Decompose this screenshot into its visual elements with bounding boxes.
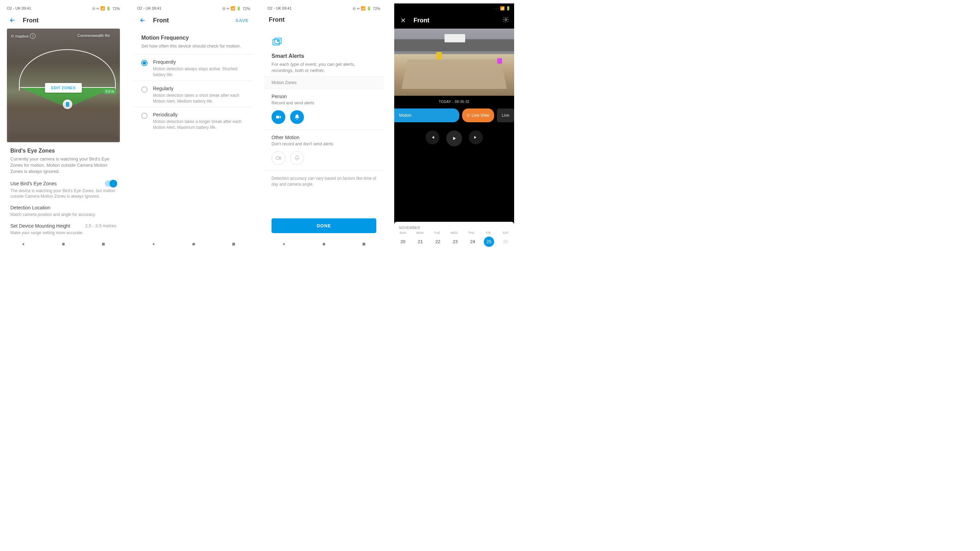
radio-desc: Motion detection always stays active. Sh… (153, 66, 246, 78)
page-title: Front (23, 17, 38, 24)
status-right: ◎ ∞ 📶 🔋72% (92, 6, 120, 11)
nav-back-icon[interactable] (151, 241, 156, 248)
record-toggle-on[interactable] (272, 110, 285, 124)
smart-title: Smart Alerts (272, 53, 376, 59)
calendar-date[interactable]: 21 (414, 237, 426, 247)
radio-frequently[interactable]: Frequently Motion detection always stays… (134, 54, 254, 81)
status-right: ◎ ∞ 📶 🔋72% (222, 6, 250, 11)
timeline-liveview-segment[interactable]: Live View (462, 108, 494, 122)
frequency-radio-group: Frequently Motion detection always stays… (134, 54, 254, 133)
row-sub: Make your range setting more accurate. (10, 230, 116, 236)
screen-live-view: · · · 📶 🔋 Front TODAY - 09:35:32 Motion … (394, 3, 514, 250)
back-arrow-icon[interactable] (138, 16, 147, 24)
android-nav-bar (3, 237, 123, 250)
radio-title: Frequently (153, 59, 246, 65)
android-nav-bar (264, 237, 384, 250)
screen-motion-frequency: O2 - UK 09:41 ◎ ∞ 📶 🔋72% Front SAVE Moti… (134, 3, 254, 250)
radio-regularly[interactable]: Regularly Motion detection takes a short… (134, 81, 254, 108)
nav-home-icon[interactable] (321, 241, 327, 248)
edit-zones-button[interactable]: EDIT ZONES (45, 83, 82, 93)
use-birds-eye-row[interactable]: Use Bird's Eye Zones The device is watch… (3, 176, 123, 201)
save-button[interactable]: SAVE (236, 18, 249, 23)
gear-icon[interactable] (503, 16, 509, 24)
radio-desc: Motion detection takes a short break aft… (153, 93, 246, 104)
distance-chip: 9.0 m (104, 89, 116, 94)
row-title: Use Bird's Eye Zones (10, 181, 57, 186)
nav-recent-icon[interactable] (100, 241, 106, 248)
row-title: Set Device Mounting Height (10, 223, 70, 229)
camera-marker[interactable] (63, 100, 72, 109)
play-button[interactable] (446, 130, 462, 146)
android-nav-bar (134, 237, 254, 250)
radio-periodically[interactable]: Periodically Motion detection takes a lo… (134, 107, 254, 133)
alert-title: Person (272, 94, 376, 99)
detection-location-row[interactable]: Detection Location Match camera position… (3, 201, 123, 219)
mounting-height-row[interactable]: Set Device Mounting Height 2.5 - 3.5 met… (3, 219, 123, 237)
nav-recent-icon[interactable] (231, 241, 236, 248)
section-title: Bird's Eye Zones (10, 148, 116, 154)
next-button[interactable] (469, 130, 483, 144)
page-title: Front (414, 17, 430, 24)
live-button[interactable]: Live (497, 108, 514, 122)
alert-title: Other Motion (272, 135, 376, 140)
screen-smart-alerts: O2 - UK 09:41 ◎ ∞ 📶 🔋72% Front Smart Ale… (264, 3, 384, 250)
status-right: ◎ ∞ 📶 🔋72% (353, 6, 380, 11)
toggle-on[interactable] (105, 181, 116, 187)
done-button[interactable]: DONE (272, 218, 376, 233)
zone-overlay: 9.0 m (19, 49, 116, 108)
status-bar: · · · 📶 🔋 (394, 3, 514, 12)
status-bar: O2 - UK 09:41 ◎ ∞ 📶 🔋72% (264, 3, 384, 12)
page-title: Front (269, 16, 285, 24)
motion-freq-header: Motion Frequency Set how often this devi… (134, 29, 254, 54)
svg-point-6 (277, 40, 278, 41)
row-value: 2.5 - 3.5 metres (85, 223, 116, 228)
timeline-motion-segment[interactable]: Motion (394, 108, 459, 122)
calendar-date[interactable]: 22 (431, 237, 444, 247)
svg-rect-3 (232, 243, 235, 246)
alert-toggle-off[interactable] (290, 151, 304, 165)
row-title: Detection Location (10, 205, 50, 210)
calendar-date[interactable]: 24 (466, 237, 479, 247)
record-toggle-off[interactable] (272, 151, 285, 165)
nav-home-icon[interactable] (191, 241, 196, 248)
info-icon[interactable]: i (30, 33, 35, 39)
svg-rect-8 (363, 243, 365, 246)
app-header: Front (264, 12, 384, 27)
heading-title: Motion Frequency (141, 35, 246, 41)
calendar-dates: 20 21 22 23 24 25 26 (394, 237, 514, 247)
carrier-time: O2 - UK 09:41 (267, 6, 291, 11)
nav-home-icon[interactable] (60, 241, 66, 248)
calendar-date-today[interactable]: 25 (484, 237, 494, 247)
timestamp-label: TODAY - 09:35:32 (394, 96, 514, 106)
row-sub: Match camera position and angle for accu… (10, 212, 116, 218)
live-dot-icon (467, 114, 470, 117)
nav-recent-icon[interactable] (361, 241, 367, 248)
alert-toggle-on[interactable] (290, 110, 304, 124)
nav-back-icon[interactable] (281, 241, 287, 248)
radio-desc: Motion detection takes a longer break af… (153, 119, 246, 130)
close-icon[interactable] (399, 16, 407, 24)
carrier-time: O2 - UK 09:41 (7, 6, 31, 11)
carrier-time (398, 6, 399, 11)
svg-point-9 (505, 19, 507, 21)
calendar-month: NOVEMBER (394, 224, 514, 231)
app-header: Front (394, 12, 514, 29)
radio-title: Regularly (153, 86, 246, 91)
timeline[interactable]: Motion Live View Live (394, 108, 514, 122)
alert-desc: Don't record and don't send alerts (272, 141, 376, 146)
radio-icon (141, 60, 148, 66)
status-bar: O2 - UK 09:41 ◎ ∞ 📶 🔋72% (134, 3, 254, 12)
calendar-date[interactable]: 23 (449, 237, 461, 247)
prev-button[interactable] (426, 130, 439, 144)
nav-back-icon[interactable] (21, 241, 26, 248)
alerts-icon (272, 37, 283, 48)
radio-icon (141, 113, 148, 119)
other-motion-row: Other Motion Don't record and don't send… (264, 130, 384, 171)
row-sub: The device is watching your Bird's Eye Z… (10, 188, 116, 200)
back-arrow-icon[interactable] (8, 16, 16, 24)
detection-footnote: Detection accuracy can vary based on fac… (264, 171, 384, 192)
radio-icon (141, 86, 148, 93)
section-desc: Currently your camera is watching your B… (10, 156, 116, 175)
calendar-date[interactable]: 20 (397, 237, 409, 247)
camera-feed[interactable] (394, 29, 514, 96)
